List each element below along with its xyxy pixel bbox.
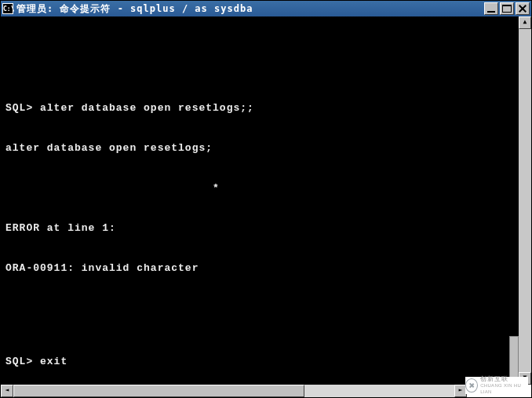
horizontal-scrollbar[interactable]: ◄ ► — [1, 385, 467, 397]
terminal-line: SQL> exit — [5, 355, 514, 368]
cmd-icon: C:\ — [2, 3, 13, 14]
app-window: C:\ 管理员: 命令提示符 - sqlplus / as sysdba SQL… — [0, 0, 532, 398]
terminal-output[interactable]: SQL> alter database open resetlogs;; alt… — [1, 16, 519, 385]
watermark: 创新互联 CHUANG XIN HU LIAN — [465, 377, 528, 394]
horizontal-scroll-track[interactable] — [13, 385, 454, 397]
window-title: 管理员: 命令提示符 - sqlplus / as sysdba — [16, 2, 483, 16]
terminal-line: alter database open resetlogs; — [5, 141, 514, 155]
horizontal-scrollbar-thumb[interactable] — [13, 385, 304, 397]
watermark-text-en: CHUANG XIN HU LIAN — [480, 382, 528, 395]
watermark-logo-icon — [465, 378, 478, 393]
vertical-scrollbar[interactable]: ▲ ▼ — [519, 16, 531, 385]
terminal-line: SQL> alter database open resetlogs;; — [5, 101, 514, 115]
terminal-line: ERROR at line 1: — [5, 221, 514, 235]
scroll-left-button[interactable]: ◄ — [1, 385, 13, 397]
maximize-button[interactable] — [500, 2, 514, 15]
close-button[interactable] — [516, 2, 530, 15]
client-area: SQL> alter database open resetlogs;; alt… — [1, 16, 531, 397]
minimize-button[interactable] — [484, 2, 498, 15]
terminal-line: * — [5, 181, 514, 195]
terminal-line: ORA-00911: invalid character — [5, 261, 514, 275]
scroll-up-button[interactable]: ▲ — [519, 16, 531, 29]
watermark-text-cn: 创新互联 — [480, 376, 528, 382]
title-bar: C:\ 管理员: 命令提示符 - sqlplus / as sysdba — [1, 1, 531, 16]
